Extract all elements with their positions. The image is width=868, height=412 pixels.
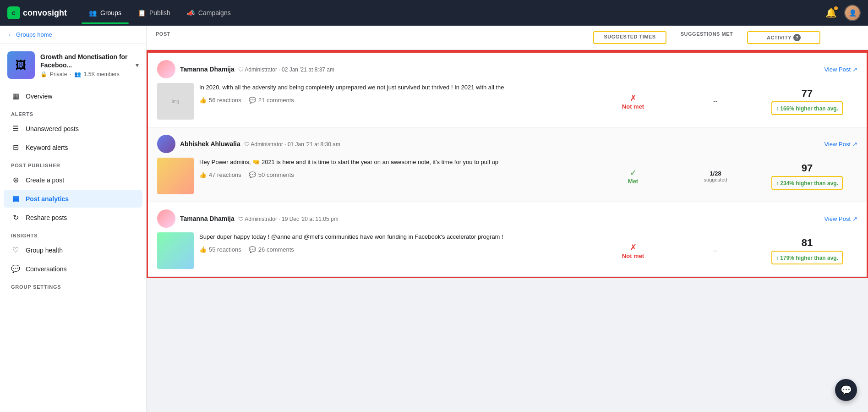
dash-icon-1: -- bbox=[713, 98, 717, 105]
sidebar-item-unanswered[interactable]: ☰ Unanswered posts bbox=[4, 120, 142, 137]
post-author-info-2: Abhishek Ahluwalia 🛡 Administrator · 01 … bbox=[180, 140, 819, 148]
view-post-link-3[interactable]: View Post ↗ bbox=[824, 215, 857, 222]
group-info: Growth and Monetisation for Faceboo... 🔒… bbox=[40, 53, 130, 77]
activity-badge-1: ↑ 166% higher than avg. bbox=[771, 101, 843, 115]
sidebar-item-keyword[interactable]: ⊟ Keyword alerts bbox=[4, 138, 142, 156]
activity-badge-3: ↑ 179% higher than avg. bbox=[771, 251, 843, 264]
suggested-status-2: Met bbox=[595, 178, 671, 185]
logo-text: convosight bbox=[23, 8, 67, 18]
sidebar-item-reshare[interactable]: ↻ Reshare posts bbox=[4, 209, 142, 226]
section-label-publisher: POST PUBLISHER bbox=[0, 157, 146, 170]
thumbs-up-icon-3: 👍 bbox=[199, 246, 207, 253]
activity-badge-text-2: ↑ 234% higher than avg. bbox=[776, 180, 838, 187]
highlighted-table-body: Tamanna Dhamija 🛡 Administrator · 02 Jan… bbox=[147, 51, 868, 278]
author-meta-1: 🛡 Administrator · 02 Jan '21 at 8:37 am bbox=[236, 66, 334, 73]
table-row: Tamanna Dhamija 🛡 Administrator · 02 Jan… bbox=[148, 53, 867, 127]
post-row-body-1: img In 2020, with all the adversity and … bbox=[157, 83, 857, 120]
bell-button[interactable]: 🔔 bbox=[825, 7, 837, 18]
suggestions-ratio-2: 1/28 bbox=[678, 170, 753, 177]
suggestions-label-2: suggested bbox=[678, 177, 753, 182]
author-name-2: Abhishek Ahluwalia bbox=[180, 140, 240, 148]
group-meta: 🔒 Private · 👥 1.5K members bbox=[40, 71, 130, 77]
main-layout: ← Groups home 🖼 Growth and Monetisation … bbox=[0, 26, 868, 412]
col-suggested-1: ✗ Not met bbox=[592, 93, 674, 110]
suggested-status-3: Not met bbox=[595, 253, 671, 259]
author-avatar-3 bbox=[157, 209, 175, 228]
keyword-icon: ⊟ bbox=[11, 143, 20, 152]
nav-item-groups[interactable]: 👥 Groups bbox=[82, 5, 129, 20]
sidebar-item-conversations[interactable]: 💬 Conversations bbox=[4, 260, 142, 278]
thumbs-up-icon-1: 👍 bbox=[199, 97, 207, 104]
campaigns-icon: 📣 bbox=[187, 9, 195, 16]
section-label-insights: INSIGHTS bbox=[0, 227, 146, 240]
external-link-icon-1: ↗ bbox=[852, 66, 857, 73]
sidebar-label-reshare: Reshare posts bbox=[26, 214, 67, 221]
post-author-info-1: Tamanna Dhamija 🛡 Administrator · 02 Jan… bbox=[180, 65, 819, 73]
sidebar-label-unanswered: Unanswered posts bbox=[26, 125, 79, 132]
group-thumbnail: 🖼 bbox=[7, 51, 35, 79]
post-row-body-3: Super duper happy today ! @anne and @mel… bbox=[157, 232, 857, 269]
author-avatar-2 bbox=[157, 135, 175, 153]
post-row-header-3: Tamanna Dhamija 🛡 Administrator · 19 Dec… bbox=[157, 209, 857, 228]
post-footer-3: 👍 55 reactions 💬 26 comments bbox=[199, 246, 584, 253]
nav-items: 👥 Groups 📋 Publish 📣 Campaigns bbox=[82, 5, 825, 20]
unanswered-icon: ☰ bbox=[11, 124, 20, 133]
post-text-1: In 2020, with all the adversity and bein… bbox=[199, 83, 584, 92]
sidebar-label-health: Group health bbox=[26, 247, 63, 254]
privacy-label: Private bbox=[50, 71, 67, 77]
content-area: POST SUGGESTED TIMES SUGGESTIONS MET ACT… bbox=[147, 26, 868, 412]
user-avatar[interactable]: 👤 bbox=[844, 5, 861, 21]
members-icon: 👥 bbox=[74, 71, 81, 77]
sidebar-item-overview[interactable]: ▦ Overview bbox=[4, 87, 142, 105]
lock-icon: 🔒 bbox=[40, 71, 47, 77]
publish-icon: 📋 bbox=[138, 9, 146, 16]
author-meta-3: 🛡 Administrator · 19 Dec '20 at 11:05 pm bbox=[236, 216, 338, 222]
reactions-1: 👍 56 reactions bbox=[199, 97, 241, 104]
activity-info-icon[interactable]: ? bbox=[793, 34, 801, 41]
external-link-icon-2: ↗ bbox=[852, 141, 857, 148]
nav-item-campaigns[interactable]: 📣 Campaigns bbox=[180, 5, 238, 20]
table-row: Tamanna Dhamija 🛡 Administrator · 19 Dec… bbox=[148, 202, 867, 277]
members-count: 1.5K members bbox=[84, 71, 120, 77]
top-nav: c convosight 👥 Groups 📋 Publish 📣 Campai… bbox=[0, 0, 868, 26]
met-check-icon-2: ✓ bbox=[595, 168, 671, 178]
notification-dot bbox=[834, 6, 838, 10]
activity-number-2: 97 bbox=[760, 162, 854, 174]
activity-badge-text-3: ↑ 179% higher than avg. bbox=[776, 255, 838, 261]
col-header-suggested-times: SUGGESTED TIMES bbox=[593, 31, 666, 44]
comment-icon-1: 💬 bbox=[249, 97, 256, 104]
post-footer-1: 👍 56 reactions 💬 21 comments bbox=[199, 97, 584, 104]
sidebar-item-create[interactable]: ⊕ Create a post bbox=[4, 171, 142, 189]
nav-item-publish[interactable]: 📋 Publish bbox=[131, 5, 178, 20]
author-name-1: Tamanna Dhamija bbox=[180, 66, 235, 73]
nav-right: 🔔 👤 bbox=[825, 5, 861, 21]
nav-label-campaigns: Campaigns bbox=[198, 9, 231, 16]
sidebar-label-create: Create a post bbox=[26, 176, 64, 184]
sidebar-item-health[interactable]: ♡ Group health bbox=[4, 241, 142, 259]
post-content-3: Super duper happy today ! @anne and @mel… bbox=[157, 232, 592, 269]
logo[interactable]: c convosight bbox=[7, 6, 67, 19]
analytics-icon: ▣ bbox=[11, 194, 20, 203]
chat-bubble-button[interactable]: 💬 bbox=[835, 379, 857, 401]
group-dropdown-icon[interactable]: ▾ bbox=[136, 61, 139, 69]
sidebar-label-overview: Overview bbox=[26, 93, 52, 100]
sidebar-item-analytics[interactable]: ▣ Post analytics bbox=[4, 190, 142, 208]
post-text-2: Hey Power admins, 🤜 2021 is here and it … bbox=[199, 158, 584, 167]
author-avatar-1 bbox=[157, 60, 175, 78]
table-row: Abhishek Ahluwalia 🛡 Administrator · 01 … bbox=[148, 127, 867, 202]
groups-icon: 👥 bbox=[89, 9, 97, 16]
activity-number-1: 77 bbox=[760, 88, 854, 99]
post-content-2: Hey Power admins, 🤜 2021 is here and it … bbox=[157, 158, 592, 194]
suggested-status-1: Not met bbox=[595, 103, 671, 110]
chat-icon: 💬 bbox=[841, 385, 852, 396]
col-met-2: 1/28 suggested bbox=[674, 170, 757, 182]
post-thumbnail-3 bbox=[157, 232, 194, 269]
view-post-link-2[interactable]: View Post ↗ bbox=[824, 141, 857, 148]
not-met-x-icon-3: ✗ bbox=[595, 242, 671, 253]
group-header: 🖼 Growth and Monetisation for Faceboo...… bbox=[0, 44, 146, 86]
back-to-groups[interactable]: ← Groups home bbox=[0, 26, 146, 44]
activity-badge-2: ↑ 234% higher than avg. bbox=[771, 176, 843, 190]
sidebar-label-keyword: Keyword alerts bbox=[26, 144, 68, 151]
author-meta-2: 🛡 Administrator · 01 Jan '21 at 8:30 am bbox=[242, 141, 340, 148]
view-post-link-1[interactable]: View Post ↗ bbox=[824, 66, 857, 73]
